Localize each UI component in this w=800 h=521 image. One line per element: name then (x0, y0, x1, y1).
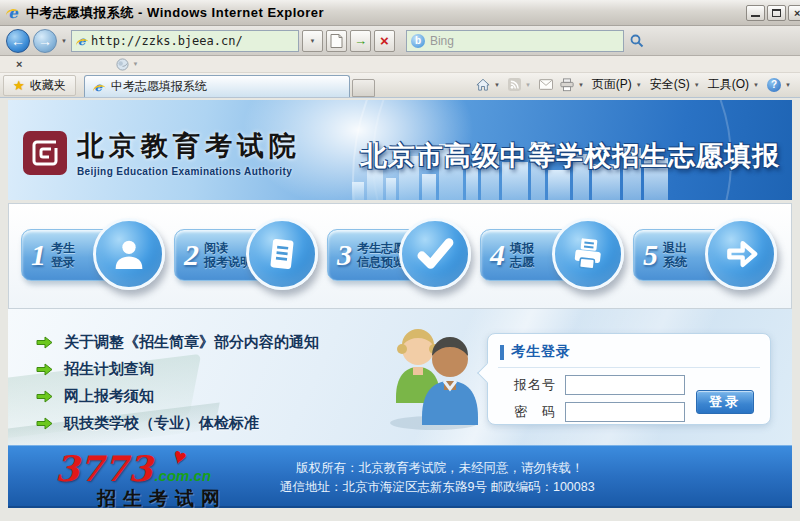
page-favicon-icon: e (75, 34, 88, 48)
search-input[interactable]: b Bing (406, 30, 624, 52)
url-field[interactable]: e http://zzks.bjeea.cn/ (71, 30, 299, 52)
notice-link[interactable]: 招生计划查询 (36, 356, 319, 383)
favorites-label: 收藏夹 (30, 77, 66, 94)
window-title: 中考志愿填报系统 - Windows Internet Explorer (26, 4, 324, 22)
copyright-block: 版权所有：北京教育考试院，未经同意，请勿转载！ 通信地址：北京市海淀区志新东路9… (280, 459, 595, 497)
notice-link[interactable]: 网上报考须知 (36, 383, 319, 410)
browser-viewport: 北京教育考试院 Beijing Education Examinations A… (0, 98, 800, 521)
go-button[interactable]: → (350, 30, 371, 52)
toolbar-close-icon[interactable]: × (16, 58, 22, 70)
read-mail-button[interactable] (539, 79, 553, 90)
report-number-label: 报名号 (514, 376, 556, 394)
home-icon (476, 78, 490, 91)
watermark-name: 招生考试网 (97, 486, 227, 512)
ie-logo-icon: e (5, 4, 21, 22)
notice-link[interactable]: 关于调整《招生简章》部分内容的通知 (36, 329, 319, 356)
help-icon: ? (767, 78, 781, 92)
webpage: 北京教育考试院 Beijing Education Examinations A… (8, 100, 792, 508)
printer-icon (560, 78, 574, 92)
menu-tools-label: 工具(O) (708, 76, 749, 93)
tab-title: 中考志愿填报系统 (111, 78, 207, 95)
step-label-line2: 系统 (663, 255, 687, 269)
menu-safety[interactable]: 安全(S) ▼ (650, 76, 701, 93)
home-button[interactable]: ▼ (476, 78, 501, 91)
menu-safety-label: 安全(S) (650, 76, 690, 93)
org-name-cn: 北京教育考试院 (77, 128, 301, 164)
page-banner: 北京教育考试院 Beijing Education Examinations A… (8, 100, 792, 200)
step-label-line1: 退出 (663, 241, 687, 255)
step-label-line1: 阅读 (204, 241, 228, 255)
notice-text: 职技类学校（专业）体检标准 (64, 414, 259, 433)
org-name-en: Beijing Education Examinations Authority (77, 166, 301, 177)
login-panel: 考生登录 报名号 密 码 登录 (487, 333, 771, 425)
menu-page[interactable]: 页面(P) ▼ (592, 76, 643, 93)
step-number: 3 (337, 238, 352, 272)
chevron-down-icon: ▼ (524, 82, 532, 88)
search-button[interactable] (627, 30, 648, 52)
chevron-down-icon: ▼ (784, 82, 792, 88)
page-title: 北京市高级中等学校招生志愿填报 (360, 138, 780, 174)
password-field[interactable] (565, 402, 685, 422)
org-brand: 北京教育考试院 Beijing Education Examinations A… (23, 128, 301, 177)
step-number: 2 (184, 238, 199, 272)
notice-text: 网上报考须知 (64, 387, 154, 406)
refresh-button[interactable] (326, 30, 347, 52)
beea-logo-icon (23, 131, 67, 175)
addon-icon (116, 58, 129, 71)
address-bar: ← → ▼ e http://zzks.bjeea.cn/ ▼ → × b Bi… (0, 26, 800, 56)
chevron-down-icon: ▼ (577, 82, 585, 88)
url-dropdown-button[interactable]: ▼ (302, 30, 323, 52)
watermark-domain: .com.cn (154, 467, 211, 484)
page-footer: 3773 .com.cn ♥ 招生考试网 版权所有：北京教育考试院，未经同意，请… (8, 445, 792, 508)
maximize-button[interactable] (767, 5, 786, 21)
step-exit[interactable]: 5 退出系统 (633, 216, 779, 296)
feeds-button[interactable]: ▼ (508, 78, 532, 91)
step-label-line1: 考生志愿 (357, 241, 405, 255)
step-label-line1: 填报 (510, 241, 534, 255)
history-dropdown-icon[interactable]: ▼ (60, 38, 68, 44)
step-read-instructions[interactable]: 2 阅读报考说明 (174, 216, 320, 296)
green-arrow-icon (36, 336, 53, 349)
window-controls: × (746, 5, 795, 21)
stop-icon: × (380, 32, 389, 49)
steps-strip: 1 考生登录 2 阅读报考说明 3 考生志愿信息预览 (8, 203, 792, 309)
tab-active[interactable]: e 中考志愿填报系统 (84, 75, 350, 97)
minimize-button[interactable] (746, 5, 765, 21)
notice-link[interactable]: 职技类学校（专业）体检标准 (36, 410, 319, 437)
printer-icon (567, 233, 609, 275)
favorites-star-icon: ★ (13, 78, 25, 93)
back-button[interactable]: ← (6, 29, 30, 53)
favorites-button[interactable]: ★ 收藏夹 (3, 75, 76, 96)
command-bar: ▼ ▼ ▼ 页面(P) ▼ 安全(S) ▼ 工具(O) ▼ ? ▼ (476, 76, 797, 97)
step-fill-application[interactable]: 4 填报志愿 (480, 216, 626, 296)
step-label-line2: 志愿 (510, 255, 534, 269)
green-arrow-icon (36, 390, 53, 403)
forward-button[interactable]: → (33, 29, 57, 53)
close-icon: × (794, 7, 800, 19)
tabs-bar: ★ 收藏夹 e 中考志愿填报系统 ▼ ▼ ▼ 页面(P) ▼ 安全(S) ▼ (0, 73, 800, 98)
person-icon (109, 234, 149, 274)
url-text[interactable]: http://zzks.bjeea.cn/ (91, 34, 295, 48)
report-number-field[interactable] (565, 375, 685, 395)
document-icon (261, 233, 303, 275)
window-titlebar: e 中考志愿填报系统 - Windows Internet Explorer × (0, 0, 800, 26)
green-arrow-icon (36, 363, 53, 376)
password-label: 密 码 (514, 403, 556, 421)
step-label-line1: 考生 (51, 241, 75, 255)
menu-tools[interactable]: 工具(O) ▼ (708, 76, 760, 93)
notice-text: 招生计划查询 (64, 360, 154, 379)
step-number: 5 (643, 238, 658, 272)
step-login[interactable]: 1 考生登录 (21, 216, 167, 296)
step-label-line2: 报考说明 (204, 255, 252, 269)
close-button[interactable]: × (788, 5, 800, 21)
new-tab-button[interactable] (352, 79, 375, 97)
check-icon (414, 233, 456, 275)
stop-button[interactable]: × (374, 30, 395, 52)
print-button[interactable]: ▼ (560, 78, 585, 92)
addon-button[interactable]: ▼ (116, 58, 139, 71)
step-preview[interactable]: 3 考生志愿信息预览 (327, 216, 473, 296)
minimize-icon (751, 15, 760, 17)
help-button[interactable]: ? ▼ (767, 78, 792, 92)
mail-icon (539, 79, 553, 90)
login-button[interactable]: 登录 (696, 390, 754, 414)
